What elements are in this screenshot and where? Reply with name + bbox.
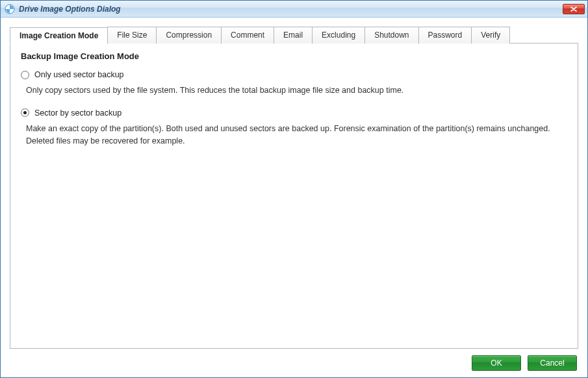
tab-bar: Image Creation Mode File Size Compressio… bbox=[10, 27, 578, 44]
ok-button[interactable]: OK bbox=[472, 355, 521, 371]
radio-label: Only used sector backup bbox=[34, 70, 124, 79]
client-area: Image Creation Mode File Size Compressio… bbox=[1, 18, 587, 377]
radio-only-used-sector[interactable]: Only used sector backup bbox=[21, 70, 567, 79]
radio-icon bbox=[21, 108, 29, 117]
radio-icon bbox=[21, 71, 29, 79]
cancel-button[interactable]: Cancel bbox=[528, 355, 577, 371]
window-frame: Drive Image Options Dialog Image Creatio… bbox=[0, 0, 588, 378]
tab-comment[interactable]: Comment bbox=[221, 27, 274, 44]
tab-compression[interactable]: Compression bbox=[156, 27, 222, 44]
radio-label: Sector by sector backup bbox=[34, 108, 121, 118]
option-only-used-sector: Only used sector backup Only copy sector… bbox=[21, 70, 567, 97]
tab-excluding[interactable]: Excluding bbox=[312, 27, 365, 44]
option-sector-by-sector: Sector by sector backup Make an exact co… bbox=[21, 108, 567, 147]
option-description: Make an exact copy of the partition(s). … bbox=[26, 123, 567, 147]
close-icon bbox=[570, 6, 577, 12]
tab-shutdown[interactable]: Shutdown bbox=[364, 27, 418, 44]
section-heading: Backup Image Creation Mode bbox=[21, 51, 567, 61]
close-button[interactable] bbox=[563, 4, 585, 14]
titlebar: Drive Image Options Dialog bbox=[1, 1, 587, 18]
radio-sector-by-sector[interactable]: Sector by sector backup bbox=[21, 108, 567, 118]
tab-panel: Backup Image Creation Mode Only used sec… bbox=[10, 43, 578, 349]
tab-file-size[interactable]: File Size bbox=[107, 27, 157, 44]
option-description: Only copy sectors used by the file syste… bbox=[26, 84, 567, 97]
dialog-buttons: OK Cancel bbox=[10, 349, 578, 371]
tab-image-creation-mode[interactable]: Image Creation Mode bbox=[10, 27, 108, 44]
app-icon bbox=[5, 4, 15, 14]
tab-email[interactable]: Email bbox=[274, 27, 313, 44]
tab-verify[interactable]: Verify bbox=[471, 27, 510, 44]
tab-password[interactable]: Password bbox=[418, 27, 472, 44]
window-title: Drive Image Options Dialog bbox=[19, 5, 563, 14]
